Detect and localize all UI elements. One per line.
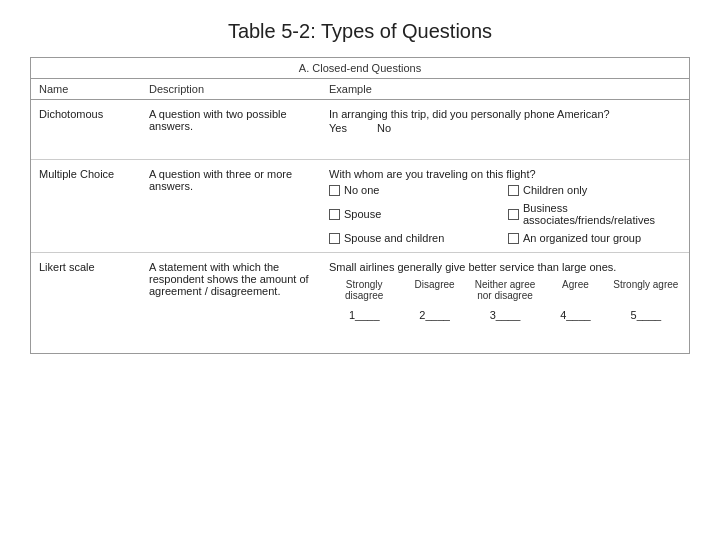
multiple-choice-question: With whom are you traveling on this flig…: [329, 168, 681, 180]
likert-num-3: 3____: [470, 309, 540, 321]
section-header: A. Closed-end Questions: [31, 58, 689, 79]
likert-num-1: 1____: [329, 309, 399, 321]
likert-num-text: 1____: [349, 309, 380, 321]
yes-no-options: Yes No: [329, 122, 681, 134]
row-example-likert: Small airlines generally give better ser…: [329, 261, 681, 345]
checkbox-item: An organized tour group: [508, 232, 681, 244]
checkbox-box: [329, 233, 340, 244]
likert-num-2: 2____: [399, 309, 469, 321]
row-name-multiple-choice: Multiple Choice: [39, 168, 149, 244]
likert-label-text: Strongly disagree: [329, 279, 399, 301]
dichotomous-question: In arranging this trip, did you personal…: [329, 108, 681, 120]
column-headers: Name Description Example: [31, 79, 689, 100]
likert-numbers: 1____ 2____ 3____ 4____ 5____: [329, 309, 681, 321]
checkbox-item: Business associates/friends/relatives: [508, 202, 681, 226]
likert-num-text: 3____: [490, 309, 521, 321]
likert-label-3: Neither agree nor disagree: [470, 279, 540, 301]
col-example: Example: [329, 83, 681, 95]
col-name: Name: [39, 83, 149, 95]
row-name-dichotomous: Dichotomous: [39, 108, 149, 151]
choice-label: Business associates/friends/relatives: [523, 202, 681, 226]
checkbox-item: Spouse and children: [329, 232, 502, 244]
likert-label-4: Agree: [540, 279, 610, 301]
likert-num-5: 5____: [611, 309, 681, 321]
main-table: A. Closed-end Questions Name Description…: [30, 57, 690, 354]
row-desc-multiple-choice: A question with three or more answers.: [149, 168, 329, 244]
choice-label: No one: [344, 184, 379, 196]
row-name-likert: Likert scale: [39, 261, 149, 345]
likert-statement: Small airlines generally give better ser…: [329, 261, 681, 273]
row-example-multiple-choice: With whom are you traveling on this flig…: [329, 168, 681, 244]
likert-label-1: Strongly disagree: [329, 279, 399, 301]
likert-num-text: 4____: [560, 309, 591, 321]
choice-label: Children only: [523, 184, 587, 196]
row-example-dichotomous: In arranging this trip, did you personal…: [329, 108, 681, 151]
likert-label-text: Disagree: [415, 279, 455, 290]
checkbox-box: [508, 209, 519, 220]
likert-labels: Strongly disagree Disagree Neither agree…: [329, 279, 681, 301]
likert-num-text: 5____: [631, 309, 662, 321]
likert-label-text: Agree: [562, 279, 589, 290]
page-title: Table 5-2: Types of Questions: [228, 20, 492, 43]
checkbox-box: [329, 185, 340, 196]
row-desc-likert: A statement with which the respondent sh…: [149, 261, 329, 345]
likert-label-text: Neither agree nor disagree: [470, 279, 540, 301]
col-description: Description: [149, 83, 329, 95]
choice-label: Spouse: [344, 208, 381, 220]
option-no: No: [377, 122, 391, 134]
checkbox-box: [329, 209, 340, 220]
checkbox-box: [508, 233, 519, 244]
option-yes: Yes: [329, 122, 347, 134]
likert-num-text: 2____: [419, 309, 450, 321]
table-row: Multiple Choice A question with three or…: [31, 160, 689, 253]
table-row: Dichotomous A question with two possible…: [31, 100, 689, 160]
likert-label-2: Disagree: [399, 279, 469, 301]
likert-num-4: 4____: [540, 309, 610, 321]
choice-label: Spouse and children: [344, 232, 444, 244]
choice-label: An organized tour group: [523, 232, 641, 244]
checkbox-item: Children only: [508, 184, 681, 196]
likert-label-5: Strongly agree: [611, 279, 681, 301]
checkbox-box: [508, 185, 519, 196]
table-row: Likert scale A statement with which the …: [31, 253, 689, 353]
likert-label-text: Strongly agree: [613, 279, 678, 290]
checkbox-grid: No one Children only Spouse Business ass…: [329, 184, 681, 244]
row-desc-dichotomous: A question with two possible answers.: [149, 108, 329, 151]
checkbox-item: Spouse: [329, 202, 502, 226]
checkbox-item: No one: [329, 184, 502, 196]
